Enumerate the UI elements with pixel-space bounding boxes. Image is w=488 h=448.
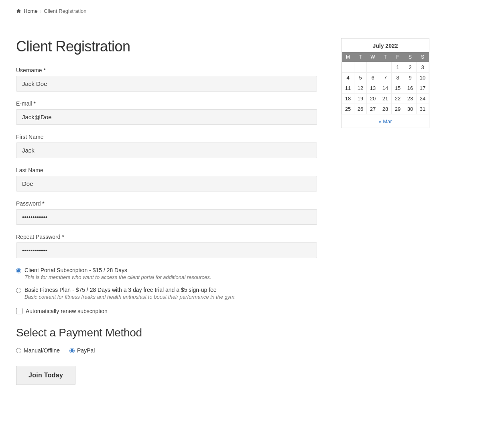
password-group: Password * xyxy=(16,200,317,225)
calendar-day-cell: 21 xyxy=(379,94,392,104)
calendar-day-cell: 24 xyxy=(417,94,429,104)
payment-offline-label[interactable]: Manual/Offline xyxy=(24,347,60,354)
calendar-body: 1234567891011121314151617181920212223242… xyxy=(342,62,429,114)
calendar-widget: July 2022 MTWTFSS 1234567891011121314151… xyxy=(341,38,429,128)
calendar-title: July 2022 xyxy=(342,39,429,52)
calendar-day-cell: 11 xyxy=(342,83,354,94)
calendar-day-cell: 12 xyxy=(354,83,367,94)
calendar-day-cell: 31 xyxy=(417,104,429,114)
calendar-day-header: T xyxy=(379,52,392,62)
calendar-day-cell: 17 xyxy=(417,83,429,94)
calendar-day-cell: 13 xyxy=(367,83,379,94)
calendar-day-cell xyxy=(367,62,379,73)
calendar-day-cell: 27 xyxy=(367,104,379,114)
payment-section-title: Select a Payment Method xyxy=(16,326,317,339)
calendar-day-cell xyxy=(342,62,354,73)
calendar-day-header: T xyxy=(354,52,367,62)
payment-offline-option: Manual/Offline xyxy=(16,347,60,354)
lastname-input[interactable] xyxy=(16,176,317,191)
subscription-radio-1[interactable] xyxy=(16,268,21,273)
subscription-1-label[interactable]: Client Portal Subscription - $15 / 28 Da… xyxy=(24,267,211,273)
email-group: E-mail * xyxy=(16,100,317,125)
calendar-day-cell: 25 xyxy=(342,104,354,114)
calendar-day-cell: 20 xyxy=(367,94,379,104)
auto-renew-group: Automatically renew subscription xyxy=(16,308,317,314)
calendar-day-cell: 30 xyxy=(404,104,417,114)
subscription-options: Client Portal Subscription - $15 / 28 Da… xyxy=(16,267,317,300)
calendar-week-row: 25262728293031 xyxy=(342,104,429,114)
calendar-table: MTWTFSS 12345678910111213141516171819202… xyxy=(342,52,429,114)
calendar-day-cell: 5 xyxy=(354,73,367,83)
auto-renew-label[interactable]: Automatically renew subscription xyxy=(26,308,108,314)
calendar-day-cell: 3 xyxy=(417,62,429,73)
firstname-input[interactable] xyxy=(16,143,317,158)
payment-offline-radio[interactable] xyxy=(16,348,21,353)
calendar-day-cell: 15 xyxy=(392,83,404,94)
calendar-week-row: 45678910 xyxy=(342,73,429,83)
payment-options: Manual/Offline PayPal xyxy=(16,347,317,354)
calendar-day-cell: 19 xyxy=(354,94,367,104)
username-input[interactable] xyxy=(16,76,317,92)
calendar-day-header: W xyxy=(367,52,379,62)
calendar-nav: « Mar xyxy=(342,114,429,128)
calendar-day-cell: 10 xyxy=(417,73,429,83)
calendar-day-cell: 16 xyxy=(404,83,417,94)
calendar-week-row: 123 xyxy=(342,62,429,73)
username-label: Username * xyxy=(16,67,317,73)
password-input[interactable] xyxy=(16,209,317,225)
lastname-group: Last Name xyxy=(16,167,317,191)
payment-paypal-radio[interactable] xyxy=(69,348,75,353)
calendar-day-cell xyxy=(354,62,367,73)
payment-paypal-option: PayPal xyxy=(69,347,95,354)
firstname-group: First Name xyxy=(16,134,317,158)
calendar-day-cell: 7 xyxy=(379,73,392,83)
payment-paypal-label[interactable]: PayPal xyxy=(77,347,95,354)
email-label: E-mail * xyxy=(16,100,317,107)
subscription-2-sub: Basic content for fitness freaks and hea… xyxy=(24,294,236,300)
calendar-day-cell: 1 xyxy=(392,62,404,73)
registration-form-container: Client Registration Username * E-mail * xyxy=(16,38,317,385)
breadcrumb-current: Client Registration xyxy=(44,8,86,14)
subscription-2-label[interactable]: Basic Fitness Plan - $75 / 28 Days with … xyxy=(24,287,236,293)
calendar-day-header: M xyxy=(342,52,354,62)
sidebar: July 2022 MTWTFSS 1234567891011121314151… xyxy=(341,38,429,128)
firstname-label: First Name xyxy=(16,134,317,140)
calendar-day-cell: 8 xyxy=(392,73,404,83)
subscription-option-2: Basic Fitness Plan - $75 / 28 Days with … xyxy=(16,287,317,300)
join-today-button[interactable]: Join Today xyxy=(16,366,75,385)
home-icon xyxy=(16,8,21,14)
breadcrumb-home-link[interactable]: Home xyxy=(24,8,38,14)
repeat-password-group: Repeat Password * xyxy=(16,234,317,258)
breadcrumb-separator: › xyxy=(40,9,42,14)
username-group: Username * xyxy=(16,67,317,92)
calendar-day-cell: 18 xyxy=(342,94,354,104)
email-input[interactable] xyxy=(16,109,317,125)
lastname-label: Last Name xyxy=(16,167,317,173)
calendar-day-cell xyxy=(379,62,392,73)
page-title: Client Registration xyxy=(16,38,317,55)
repeat-password-label: Repeat Password * xyxy=(16,234,317,240)
calendar-prev-link[interactable]: « Mar xyxy=(378,118,392,124)
calendar-day-cell: 22 xyxy=(392,94,404,104)
calendar-day-cell: 9 xyxy=(404,73,417,83)
calendar-week-row: 11121314151617 xyxy=(342,83,429,94)
calendar-day-header: F xyxy=(392,52,404,62)
registration-form: Username * E-mail * First Name xyxy=(16,67,317,385)
subscription-radio-2[interactable] xyxy=(16,288,21,293)
subscription-1-sub: This is for members who want to access t… xyxy=(24,274,211,280)
breadcrumb: Home › Client Registration xyxy=(16,8,472,14)
calendar-day-cell: 28 xyxy=(379,104,392,114)
calendar-week-row: 18192021222324 xyxy=(342,94,429,104)
calendar-day-cell: 2 xyxy=(404,62,417,73)
calendar-day-cell: 4 xyxy=(342,73,354,83)
calendar-day-cell: 6 xyxy=(367,73,379,83)
calendar-day-header: S xyxy=(417,52,429,62)
repeat-password-input[interactable] xyxy=(16,242,317,258)
calendar-day-header: S xyxy=(404,52,417,62)
calendar-day-cell: 29 xyxy=(392,104,404,114)
calendar-header-row: MTWTFSS xyxy=(342,52,429,62)
password-label: Password * xyxy=(16,200,317,207)
subscription-option-1: Client Portal Subscription - $15 / 28 Da… xyxy=(16,267,317,280)
calendar-day-cell: 23 xyxy=(404,94,417,104)
auto-renew-checkbox[interactable] xyxy=(16,308,22,314)
